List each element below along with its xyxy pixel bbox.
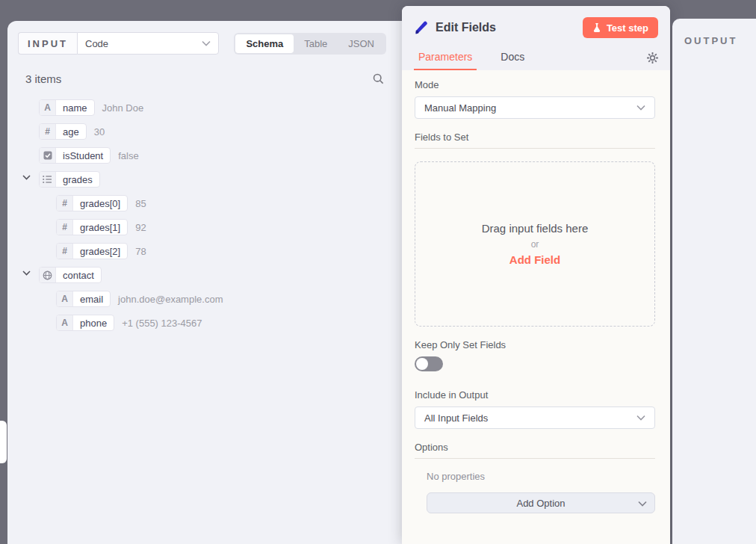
chevron-down-icon	[636, 105, 645, 111]
string-icon: A	[57, 315, 73, 330]
keep-only-set-fields-label: Keep Only Set Fields	[415, 339, 655, 350]
options-label: Options	[415, 442, 655, 453]
tab-table[interactable]: Table	[294, 34, 338, 53]
include-in-output-label: Include in Output	[415, 389, 655, 401]
test-step-label: Test step	[607, 22, 648, 34]
field-value: john.doe@example.com	[118, 294, 223, 305]
items-count: 3 items	[25, 72, 61, 85]
input-panel-title: INPUT	[18, 32, 77, 55]
keep-only-set-fields-toggle[interactable]	[415, 356, 443, 371]
chevron-down-icon[interactable]	[22, 271, 31, 279]
output-panel-title: OUTPUT	[684, 35, 756, 46]
tab-docs[interactable]: Docs	[496, 45, 529, 70]
field-key-label: phone	[73, 315, 114, 330]
chevron-down-icon	[638, 501, 647, 507]
add-option-label: Add Option	[516, 498, 565, 509]
mode-value: Manual Mapping	[424, 102, 496, 114]
field-key-pill[interactable]: #grades[0]	[56, 195, 128, 211]
number-icon: #	[57, 220, 73, 235]
drop-or-text: or	[531, 239, 539, 250]
field-key-pill[interactable]: Aphone	[56, 315, 114, 331]
boolean-icon	[40, 148, 56, 163]
field-key-label: isStudent	[56, 148, 110, 163]
tab-schema[interactable]: Schema	[235, 34, 294, 53]
field-value: 85	[135, 198, 146, 209]
string-icon: A	[57, 291, 73, 306]
field-key-label: email	[73, 291, 110, 306]
field-key-pill[interactable]: #grades[1]	[56, 219, 128, 235]
node-settings-panel: Edit Fields Test step Parameters Docs	[402, 6, 670, 544]
field-key-pill[interactable]: Aemail	[56, 291, 111, 307]
mode-label: Mode	[415, 79, 655, 90]
field-key-label: grades[2]	[73, 244, 127, 259]
field-key-label: grades[0]	[73, 196, 127, 211]
tree-row: AnameJohn Doe	[7, 96, 402, 120]
field-key-pill[interactable]: isStudent	[39, 147, 111, 164]
add-field-button[interactable]: Add Field	[509, 253, 560, 266]
include-in-output-value: All Input Fields	[424, 412, 488, 424]
node-title-row: Edit Fields Test step	[414, 16, 658, 39]
field-key-label: age	[56, 124, 86, 139]
field-key-pill[interactable]: #age	[39, 123, 87, 140]
field-key-label: name	[56, 100, 94, 115]
search-icon[interactable]	[373, 73, 384, 84]
drag-drop-area[interactable]: Drag input fields here or Add Field	[415, 161, 655, 327]
number-icon: #	[57, 196, 73, 211]
field-key-label: grades[1]	[73, 220, 127, 235]
chevron-down-icon[interactable]	[22, 175, 31, 184]
field-key-pill[interactable]: grades	[39, 171, 100, 188]
workflow-ndv-overlay: INPUT Code Schema Table JSON 3 items Ana…	[0, 0, 756, 544]
input-source-group: INPUT Code	[18, 32, 219, 55]
parameters-body: Mode Manual Mapping Fields to Set Drag i…	[402, 70, 670, 513]
field-value: 92	[135, 222, 146, 233]
sidebar-collapse-handle[interactable]	[0, 421, 7, 463]
field-value: false	[118, 150, 138, 161]
tab-parameters[interactable]: Parameters	[414, 45, 477, 70]
tree-row: Aphone+1 (555) 123-4567	[7, 311, 402, 335]
output-panel: OUTPUT	[672, 19, 756, 544]
field-key-pill[interactable]: Aname	[39, 99, 95, 116]
tree-row: isStudentfalse	[7, 143, 402, 167]
tree-row: #grades[0]85	[7, 191, 402, 215]
tree-row: #grades[2]78	[7, 239, 402, 263]
tree-row: Aemailjohn.doe@example.com	[7, 287, 402, 311]
field-value: 78	[135, 246, 146, 257]
mode-select[interactable]: Manual Mapping	[415, 96, 655, 119]
field-key-label: contact	[56, 268, 101, 282]
input-meta-row: 3 items	[25, 72, 384, 85]
node-header: Edit Fields Test step Parameters Docs	[402, 6, 670, 70]
field-value: +1 (555) 123-4567	[122, 318, 202, 329]
input-source-value: Code	[85, 38, 108, 49]
chevron-down-icon	[202, 40, 211, 46]
flask-icon	[592, 22, 601, 33]
input-source-select[interactable]: Code	[77, 32, 219, 55]
tab-json[interactable]: JSON	[338, 34, 385, 53]
field-key-pill[interactable]: contact	[39, 267, 102, 283]
test-step-button[interactable]: Test step	[583, 17, 658, 38]
field-value: 30	[94, 126, 105, 137]
tree-row: contact	[7, 263, 402, 287]
toggle-knob	[416, 358, 428, 370]
include-in-output-select[interactable]: All Input Fields	[415, 407, 655, 429]
field-key-pill[interactable]: #grades[2]	[56, 243, 128, 259]
gear-icon[interactable]	[647, 52, 658, 64]
fields-to-set-label: Fields to Set	[415, 132, 655, 143]
array-icon	[40, 172, 56, 187]
divider	[415, 148, 655, 149]
chevron-down-icon	[636, 415, 645, 421]
node-title: Edit Fields	[436, 21, 496, 34]
options-empty-text: No properties	[427, 471, 655, 482]
number-icon: #	[40, 124, 56, 139]
field-key-label: grades	[56, 172, 99, 187]
input-panel-header: INPUT Code Schema Table JSON	[7, 21, 402, 55]
tree-row: #age30	[7, 120, 402, 143]
node-tabs: Parameters Docs	[414, 45, 658, 70]
tree-row: #grades[1]92	[7, 215, 402, 239]
field-value: John Doe	[102, 102, 144, 114]
input-panel: INPUT Code Schema Table JSON 3 items Ana…	[7, 21, 402, 544]
add-option-button[interactable]: Add Option	[427, 492, 655, 513]
number-icon: #	[57, 244, 73, 259]
string-icon: A	[40, 100, 56, 115]
schema-tree: AnameJohn Doe#age30isStudentfalsegrades#…	[7, 96, 402, 335]
view-mode-tabs: Schema Table JSON	[234, 33, 386, 55]
